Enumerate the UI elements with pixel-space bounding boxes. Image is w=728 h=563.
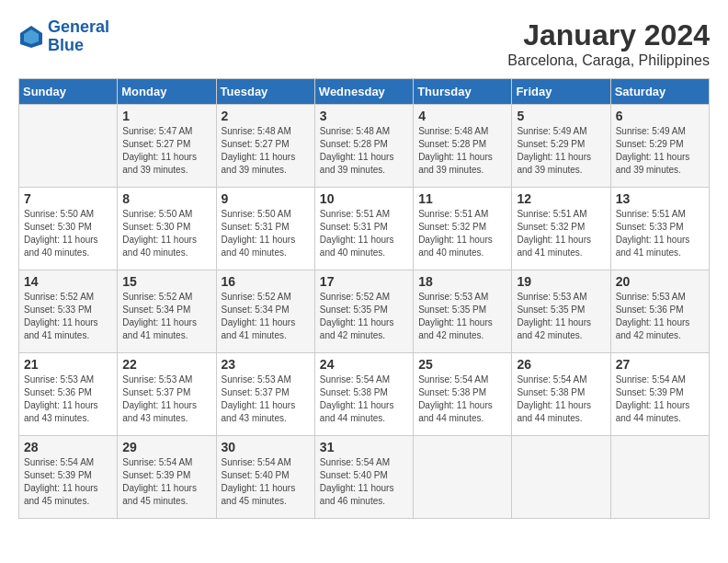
calendar-week-row: 21Sunrise: 5:53 AM Sunset: 5:36 PM Dayli…	[19, 353, 710, 436]
calendar-cell	[19, 105, 118, 188]
day-info: Sunrise: 5:50 AM Sunset: 5:30 PM Dayligh…	[122, 208, 210, 259]
day-number: 11	[418, 191, 506, 206]
calendar-cell: 23Sunrise: 5:53 AM Sunset: 5:37 PM Dayli…	[216, 353, 314, 436]
day-info: Sunrise: 5:52 AM Sunset: 5:35 PM Dayligh…	[320, 291, 408, 342]
day-info: Sunrise: 5:48 AM Sunset: 5:28 PM Dayligh…	[320, 125, 408, 177]
day-number: 14	[24, 274, 112, 289]
calendar-header: SundayMondayTuesdayWednesdayThursdayFrid…	[19, 79, 710, 105]
calendar-cell: 19Sunrise: 5:53 AM Sunset: 5:35 PM Dayli…	[512, 270, 610, 353]
day-number: 6	[616, 109, 704, 123]
calendar-cell: 18Sunrise: 5:53 AM Sunset: 5:35 PM Dayli…	[414, 270, 512, 353]
calendar-table: SundayMondayTuesdayWednesdayThursdayFrid…	[18, 78, 710, 519]
day-number: 12	[517, 191, 605, 206]
calendar-cell: 1Sunrise: 5:47 AM Sunset: 5:27 PM Daylig…	[118, 105, 216, 188]
calendar-cell: 3Sunrise: 5:48 AM Sunset: 5:28 PM Daylig…	[314, 105, 413, 188]
day-number: 5	[517, 109, 605, 123]
day-info: Sunrise: 5:49 AM Sunset: 5:29 PM Dayligh…	[517, 125, 605, 177]
calendar-cell: 7Sunrise: 5:50 AM Sunset: 5:30 PM Daylig…	[19, 188, 118, 270]
day-info: Sunrise: 5:54 AM Sunset: 5:39 PM Dayligh…	[616, 373, 704, 425]
day-info: Sunrise: 5:51 AM Sunset: 5:31 PM Dayligh…	[320, 208, 408, 259]
day-number: 10	[320, 191, 408, 206]
calendar-cell: 26Sunrise: 5:54 AM Sunset: 5:38 PM Dayli…	[512, 353, 610, 436]
day-number: 3	[320, 109, 408, 123]
day-info: Sunrise: 5:51 AM Sunset: 5:33 PM Dayligh…	[616, 208, 704, 259]
calendar-cell: 30Sunrise: 5:54 AM Sunset: 5:40 PM Dayli…	[216, 436, 314, 519]
day-number: 8	[122, 191, 210, 206]
day-info: Sunrise: 5:47 AM Sunset: 5:27 PM Dayligh…	[122, 125, 210, 177]
day-number: 30	[222, 440, 310, 454]
calendar-cell: 5Sunrise: 5:49 AM Sunset: 5:29 PM Daylig…	[512, 105, 610, 188]
logo: General Blue	[18, 18, 109, 55]
day-number: 31	[320, 440, 408, 454]
day-number: 18	[418, 274, 506, 289]
day-number: 28	[24, 440, 112, 454]
calendar-cell: 27Sunrise: 5:54 AM Sunset: 5:39 PM Dayli…	[610, 353, 709, 436]
calendar-cell: 4Sunrise: 5:48 AM Sunset: 5:28 PM Daylig…	[414, 105, 512, 188]
page-header: General Blue January 2024 Barcelona, Car…	[18, 18, 710, 69]
weekday-header: Saturday	[610, 79, 709, 105]
day-info: Sunrise: 5:54 AM Sunset: 5:39 PM Dayligh…	[24, 456, 112, 508]
calendar-cell: 13Sunrise: 5:51 AM Sunset: 5:33 PM Dayli…	[610, 188, 709, 270]
calendar-cell: 8Sunrise: 5:50 AM Sunset: 5:30 PM Daylig…	[118, 188, 216, 270]
calendar-cell	[512, 436, 610, 519]
day-number: 16	[222, 274, 310, 289]
calendar-cell: 25Sunrise: 5:54 AM Sunset: 5:38 PM Dayli…	[414, 353, 512, 436]
day-info: Sunrise: 5:54 AM Sunset: 5:38 PM Dayligh…	[517, 373, 605, 425]
day-info: Sunrise: 5:52 AM Sunset: 5:34 PM Dayligh…	[222, 291, 310, 342]
day-number: 26	[517, 357, 605, 372]
day-number: 15	[122, 274, 210, 289]
day-number: 27	[616, 357, 704, 372]
weekday-header: Tuesday	[216, 79, 314, 105]
calendar-cell: 16Sunrise: 5:52 AM Sunset: 5:34 PM Dayli…	[216, 270, 314, 353]
calendar-cell: 11Sunrise: 5:51 AM Sunset: 5:32 PM Dayli…	[414, 188, 512, 270]
weekday-header: Friday	[512, 79, 610, 105]
day-number: 23	[222, 357, 310, 372]
day-info: Sunrise: 5:53 AM Sunset: 5:35 PM Dayligh…	[418, 291, 506, 342]
day-number: 2	[222, 109, 310, 123]
calendar-subtitle: Barcelona, Caraga, Philippines	[507, 52, 710, 69]
day-number: 24	[320, 357, 408, 372]
day-info: Sunrise: 5:49 AM Sunset: 5:29 PM Dayligh…	[616, 125, 704, 177]
day-info: Sunrise: 5:53 AM Sunset: 5:36 PM Dayligh…	[616, 291, 704, 342]
calendar-body: 1Sunrise: 5:47 AM Sunset: 5:27 PM Daylig…	[19, 105, 710, 519]
calendar-cell: 21Sunrise: 5:53 AM Sunset: 5:36 PM Dayli…	[19, 353, 118, 436]
calendar-cell: 12Sunrise: 5:51 AM Sunset: 5:32 PM Dayli…	[512, 188, 610, 270]
header-row: SundayMondayTuesdayWednesdayThursdayFrid…	[19, 79, 710, 105]
day-info: Sunrise: 5:54 AM Sunset: 5:39 PM Dayligh…	[122, 456, 210, 508]
day-number: 22	[122, 357, 210, 372]
day-info: Sunrise: 5:53 AM Sunset: 5:36 PM Dayligh…	[24, 373, 112, 425]
calendar-cell: 31Sunrise: 5:54 AM Sunset: 5:40 PM Dayli…	[314, 436, 413, 519]
calendar-week-row: 28Sunrise: 5:54 AM Sunset: 5:39 PM Dayli…	[19, 436, 710, 519]
day-number: 20	[616, 274, 704, 289]
weekday-header: Sunday	[19, 79, 118, 105]
day-info: Sunrise: 5:51 AM Sunset: 5:32 PM Dayligh…	[517, 208, 605, 259]
day-info: Sunrise: 5:52 AM Sunset: 5:34 PM Dayligh…	[122, 291, 210, 342]
day-number: 25	[418, 357, 506, 372]
logo-general: General	[48, 17, 109, 36]
day-number: 17	[320, 274, 408, 289]
calendar-cell: 22Sunrise: 5:53 AM Sunset: 5:37 PM Dayli…	[118, 353, 216, 436]
day-number: 19	[517, 274, 605, 289]
calendar-cell: 6Sunrise: 5:49 AM Sunset: 5:29 PM Daylig…	[610, 105, 709, 188]
day-info: Sunrise: 5:54 AM Sunset: 5:38 PM Dayligh…	[418, 373, 506, 425]
logo-icon	[18, 24, 44, 50]
weekday-header: Thursday	[414, 79, 512, 105]
day-info: Sunrise: 5:54 AM Sunset: 5:38 PM Dayligh…	[320, 373, 408, 425]
day-info: Sunrise: 5:54 AM Sunset: 5:40 PM Dayligh…	[222, 456, 310, 508]
calendar-cell: 2Sunrise: 5:48 AM Sunset: 5:27 PM Daylig…	[216, 105, 314, 188]
day-info: Sunrise: 5:52 AM Sunset: 5:33 PM Dayligh…	[24, 291, 112, 342]
day-number: 29	[122, 440, 210, 454]
day-number: 4	[418, 109, 506, 123]
day-info: Sunrise: 5:48 AM Sunset: 5:27 PM Dayligh…	[222, 125, 310, 177]
title-block: January 2024 Barcelona, Caraga, Philippi…	[507, 18, 710, 69]
calendar-cell: 14Sunrise: 5:52 AM Sunset: 5:33 PM Dayli…	[19, 270, 118, 353]
day-info: Sunrise: 5:50 AM Sunset: 5:31 PM Dayligh…	[222, 208, 310, 259]
day-info: Sunrise: 5:53 AM Sunset: 5:35 PM Dayligh…	[517, 291, 605, 342]
day-number: 21	[24, 357, 112, 372]
day-number: 7	[24, 191, 112, 206]
calendar-cell: 20Sunrise: 5:53 AM Sunset: 5:36 PM Dayli…	[610, 270, 709, 353]
weekday-header: Wednesday	[314, 79, 413, 105]
calendar-week-row: 14Sunrise: 5:52 AM Sunset: 5:33 PM Dayli…	[19, 270, 710, 353]
day-info: Sunrise: 5:51 AM Sunset: 5:32 PM Dayligh…	[418, 208, 506, 259]
day-number: 1	[122, 109, 210, 123]
